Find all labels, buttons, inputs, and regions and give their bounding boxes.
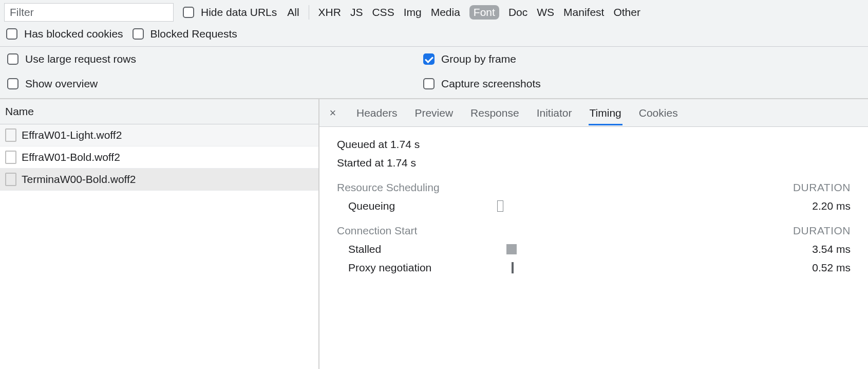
tab-timing[interactable]: Timing [589, 101, 622, 125]
stalled-label: Stalled [348, 243, 497, 255]
type-filter-js[interactable]: JS [350, 6, 363, 19]
tab-headers[interactable]: Headers [355, 101, 398, 125]
file-icon [5, 151, 16, 164]
use-large-rows-option[interactable]: Use large request rows [5, 52, 406, 66]
request-details: × Headers Preview Response Initiator Tim… [319, 99, 868, 369]
file-icon [5, 128, 16, 142]
devtools-network-panel: Hide data URLs All XHR JS CSS Img Media … [0, 0, 868, 369]
section-label: Connection Start [337, 225, 417, 237]
tab-response[interactable]: Response [469, 101, 520, 125]
hide-data-urls-option[interactable]: Hide data URLs [181, 5, 277, 20]
type-filter-ws[interactable]: WS [537, 6, 554, 19]
show-overview-checkbox[interactable] [7, 78, 18, 89]
request-row[interactable]: TerminaW00-Bold.woff2 [0, 169, 318, 191]
filter-input[interactable] [4, 3, 174, 22]
has-blocked-cookies-option[interactable]: Has blocked cookies [4, 27, 123, 41]
main-split: Name EffraW01-Light.woff2 EffraW01-Bold.… [0, 99, 868, 369]
hide-data-urls-label: Hide data URLs [201, 6, 277, 19]
type-filter-manifest[interactable]: Manifest [563, 6, 604, 19]
duration-header: DURATION [793, 225, 851, 237]
stalled-bar [506, 244, 517, 254]
type-filter-doc[interactable]: Doc [508, 6, 527, 19]
blocked-requests-checkbox[interactable] [133, 28, 144, 40]
has-blocked-cookies-checkbox[interactable] [6, 28, 17, 40]
capture-screenshots-option[interactable]: Capture screenshots [421, 77, 863, 91]
started-at-value: 1.74 s [387, 157, 416, 169]
timing-panel: Queued at 1.74 s Started at 1.74 s Resou… [319, 127, 868, 291]
file-icon [5, 173, 16, 186]
section-label: Resource Scheduling [337, 181, 440, 194]
timing-row-proxy: Proxy negotiation 0.52 ms [337, 262, 851, 274]
show-overview-option[interactable]: Show overview [5, 77, 406, 91]
type-filter-font[interactable]: Font [469, 5, 499, 20]
hide-data-urls-checkbox[interactable] [183, 7, 194, 18]
queueing-value: 2.20 ms [559, 200, 851, 212]
options-right-col: Group by frame Capture screenshots [421, 52, 863, 91]
has-blocked-cookies-label: Has blocked cookies [24, 28, 123, 40]
type-filter-other[interactable]: Other [613, 6, 640, 19]
stalled-value: 3.54 ms [559, 243, 851, 255]
section-resource-scheduling: Resource Scheduling DURATION [337, 181, 851, 194]
queued-at-label: Queued at [337, 138, 387, 150]
request-list: Name EffraW01-Light.woff2 EffraW01-Bold.… [0, 99, 319, 369]
blocked-requests-option[interactable]: Blocked Requests [130, 27, 237, 41]
blocked-requests-label: Blocked Requests [150, 28, 237, 40]
type-filter-xhr[interactable]: XHR [318, 6, 341, 19]
filter-row-1: Hide data URLs All XHR JS CSS Img Media … [4, 3, 864, 22]
capture-screenshots-checkbox[interactable] [423, 78, 435, 89]
proxy-label: Proxy negotiation [348, 262, 497, 274]
use-large-rows-checkbox[interactable] [7, 53, 18, 65]
divider [309, 5, 309, 20]
request-name: EffraW01-Light.woff2 [22, 129, 122, 141]
queued-at-line: Queued at 1.74 s [337, 138, 851, 151]
request-row[interactable]: EffraW01-Light.woff2 [0, 124, 318, 146]
show-overview-label: Show overview [25, 78, 98, 90]
type-filter-all[interactable]: All [287, 6, 299, 19]
section-connection-start: Connection Start DURATION [337, 225, 851, 237]
request-list-header[interactable]: Name [0, 99, 318, 124]
type-filter-media[interactable]: Media [431, 6, 460, 19]
tab-initiator[interactable]: Initiator [536, 101, 573, 125]
queueing-bar [497, 200, 503, 212]
request-row[interactable]: EffraW01-Bold.woff2 [0, 146, 318, 169]
started-at-line: Started at 1.74 s [337, 157, 851, 169]
group-by-frame-label: Group by frame [441, 53, 516, 65]
filter-bar: Hide data URLs All XHR JS CSS Img Media … [0, 0, 868, 47]
timing-row-queueing: Queueing 2.20 ms [337, 200, 851, 212]
timing-row-stalled: Stalled 3.54 ms [337, 243, 851, 255]
group-by-frame-option[interactable]: Group by frame [421, 52, 863, 66]
filter-row-2: Has blocked cookies Blocked Requests [4, 27, 864, 41]
options-bar: Use large request rows Show overview Gro… [0, 47, 868, 99]
tab-preview[interactable]: Preview [413, 101, 454, 125]
use-large-rows-label: Use large request rows [25, 53, 136, 65]
proxy-bar [512, 262, 514, 273]
details-tabs: × Headers Preview Response Initiator Tim… [319, 99, 868, 127]
resource-type-filter: All XHR JS CSS Img Media Font Doc WS Man… [287, 5, 640, 20]
started-at-label: Started at [337, 157, 384, 169]
request-name: EffraW01-Bold.woff2 [22, 151, 120, 163]
tab-cookies[interactable]: Cookies [638, 101, 679, 125]
group-by-frame-checkbox[interactable] [423, 53, 435, 65]
duration-header: DURATION [793, 181, 851, 194]
type-filter-css[interactable]: CSS [372, 6, 394, 19]
proxy-value: 0.52 ms [559, 262, 851, 274]
queueing-label: Queueing [348, 200, 497, 212]
request-name: TerminaW00-Bold.woff2 [22, 173, 136, 186]
options-left-col: Use large request rows Show overview [5, 52, 406, 91]
queued-at-value: 1.74 s [390, 138, 420, 150]
close-icon[interactable]: × [326, 106, 340, 120]
capture-screenshots-label: Capture screenshots [441, 78, 541, 90]
type-filter-img[interactable]: Img [404, 6, 422, 19]
